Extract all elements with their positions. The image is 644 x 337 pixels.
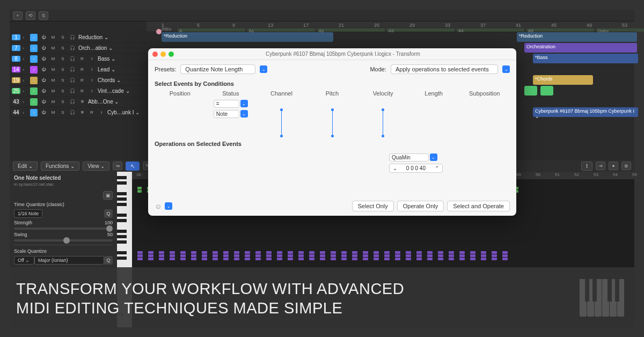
midi-note[interactable]: [363, 258, 368, 260]
midi-note[interactable]: [159, 251, 164, 254]
midi-note[interactable]: [416, 254, 422, 257]
midi-note[interactable]: [492, 254, 497, 257]
midi-note[interactable]: [148, 254, 153, 257]
track-row[interactable]: 8 › ♪ ⏻ M S 🎧 RI Bass ⌄: [10, 54, 147, 64]
midi-note[interactable]: [170, 251, 175, 254]
midi-note[interactable]: [395, 254, 400, 257]
midi-note[interactable]: [320, 254, 325, 257]
zoom-icon[interactable]: [169, 52, 174, 57]
status-val-select[interactable]: Note: [214, 110, 239, 118]
midi-note[interactable]: [148, 258, 153, 260]
select-and-operate-button[interactable]: Select and Operate: [447, 201, 510, 211]
midi-note[interactable]: [277, 251, 282, 254]
midi-note[interactable]: [137, 190, 142, 193]
black-key[interactable]: [117, 197, 127, 201]
disclosure-icon[interactable]: ›: [23, 78, 28, 83]
midi-note[interactable]: [502, 254, 508, 257]
midi-note[interactable]: [331, 251, 336, 254]
midi-note[interactable]: [170, 258, 175, 260]
midi-note[interactable]: [470, 258, 475, 260]
power-button[interactable]: ⏻: [40, 77, 47, 84]
quantize-button[interactable]: Q: [104, 209, 113, 218]
track-row[interactable]: 1 › ♪ ⏻ M S 🎧 Reduction ⌄: [10, 32, 147, 43]
camera-icon[interactable]: ▣: [103, 191, 113, 200]
midi-note[interactable]: [459, 254, 465, 257]
midi-note[interactable]: [148, 251, 153, 254]
midi-note[interactable]: [202, 258, 207, 260]
midi-note[interactable]: [277, 254, 282, 257]
midi-note[interactable]: [234, 258, 239, 260]
midi-note[interactable]: [288, 258, 293, 260]
midi-note[interactable]: [331, 254, 336, 257]
input-button[interactable]: I: [88, 88, 96, 94]
midi-note[interactable]: [180, 254, 186, 257]
functions-menu[interactable]: Functions ⌄: [41, 162, 79, 171]
arrangement-section[interactable]: Outro: [596, 28, 644, 32]
power-button[interactable]: ⏻: [40, 56, 47, 62]
midi-note[interactable]: [406, 254, 411, 257]
midi-note[interactable]: [331, 258, 336, 260]
solo-button[interactable]: S: [59, 56, 67, 62]
operation-arrow-icon[interactable]: ⌄: [430, 153, 437, 161]
midi-note[interactable]: [416, 258, 422, 260]
solo-button[interactable]: S: [59, 34, 67, 41]
arrangement-section[interactable]: A4: [457, 28, 524, 32]
record-button[interactable]: R: [78, 56, 86, 62]
select-only-button[interactable]: Select Only: [352, 201, 394, 211]
headphone-icon[interactable]: 🎧: [69, 88, 76, 94]
scale-mode-select[interactable]: Major (Ionian): [34, 256, 104, 265]
midi-note[interactable]: [245, 258, 250, 260]
midi-note[interactable]: [255, 251, 261, 254]
mute-button[interactable]: M: [49, 99, 57, 105]
midi-note[interactable]: [266, 251, 272, 254]
strength-slider[interactable]: [14, 228, 113, 230]
midi-note[interactable]: [363, 251, 368, 254]
midi-note[interactable]: [374, 258, 379, 260]
midi-note[interactable]: [255, 254, 261, 257]
track-color-icon[interactable]: ♪: [30, 55, 38, 63]
midi-note[interactable]: [137, 258, 143, 260]
midi-note[interactable]: [223, 254, 229, 257]
midi-note[interactable]: [191, 251, 196, 254]
midi-note[interactable]: [449, 254, 454, 257]
midi-note[interactable]: [470, 254, 475, 257]
midi-note[interactable]: [374, 254, 379, 257]
zoom-dot-icon[interactable]: ●: [609, 162, 618, 170]
midi-note[interactable]: [384, 254, 390, 257]
headphone-icon[interactable]: 🎧: [69, 99, 76, 105]
mute-button[interactable]: M: [49, 34, 57, 41]
midi-note[interactable]: [352, 251, 357, 254]
power-button[interactable]: ⏻: [40, 99, 47, 105]
track-color-icon[interactable]: ♪: [30, 77, 38, 84]
midi-note[interactable]: [245, 254, 250, 257]
black-key[interactable]: [117, 240, 127, 244]
mute-button[interactable]: M: [49, 56, 57, 62]
midi-note[interactable]: [406, 258, 411, 260]
midi-note[interactable]: [470, 251, 475, 254]
track-color-icon[interactable]: ♪: [30, 34, 38, 41]
operation-select[interactable]: QuaMin: [389, 153, 429, 162]
midi-note[interactable]: [459, 258, 465, 260]
presets-dropdown-icon[interactable]: ⌄: [260, 65, 267, 73]
midi-note[interactable]: [298, 258, 304, 260]
record-button[interactable]: R: [78, 67, 86, 73]
track-row[interactable]: 7 › ♪ ⏻ M S 🎧 Orch…ation ⌄: [10, 43, 147, 54]
midi-note[interactable]: [159, 258, 164, 260]
mute-button[interactable]: M: [49, 109, 57, 116]
help-dropdown-icon[interactable]: ⌄: [165, 202, 172, 210]
midi-region[interactable]: Cyberpunk #6107 Bbmaj 105bpm Cyberpunk I…: [533, 107, 638, 117]
midi-note[interactable]: [202, 254, 207, 257]
minimize-icon[interactable]: [160, 52, 166, 57]
close-icon[interactable]: [152, 52, 158, 57]
status-op-arrow-icon[interactable]: ⌄: [240, 100, 248, 107]
midi-note[interactable]: [137, 251, 143, 254]
status-op-select[interactable]: =: [214, 100, 239, 108]
midi-note[interactable]: [341, 258, 347, 260]
midi-note[interactable]: [213, 258, 218, 260]
midi-note[interactable]: [266, 254, 272, 257]
operate-only-button[interactable]: Operate Only: [397, 201, 444, 211]
midi-note[interactable]: [223, 258, 229, 260]
power-button[interactable]: ⏻: [40, 67, 47, 73]
midi-note[interactable]: [481, 251, 486, 254]
midi-note[interactable]: [309, 251, 314, 254]
